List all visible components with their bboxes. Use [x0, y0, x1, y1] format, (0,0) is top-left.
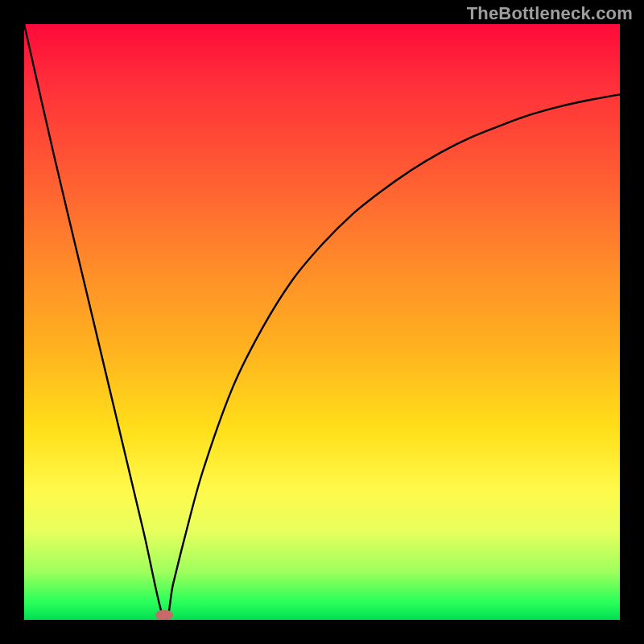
minimum-marker [155, 610, 173, 620]
bottleneck-curve [24, 24, 620, 620]
plot-area [24, 24, 620, 620]
chart-frame: TheBottleneck.com [0, 0, 644, 644]
watermark-text: TheBottleneck.com [467, 3, 633, 24]
